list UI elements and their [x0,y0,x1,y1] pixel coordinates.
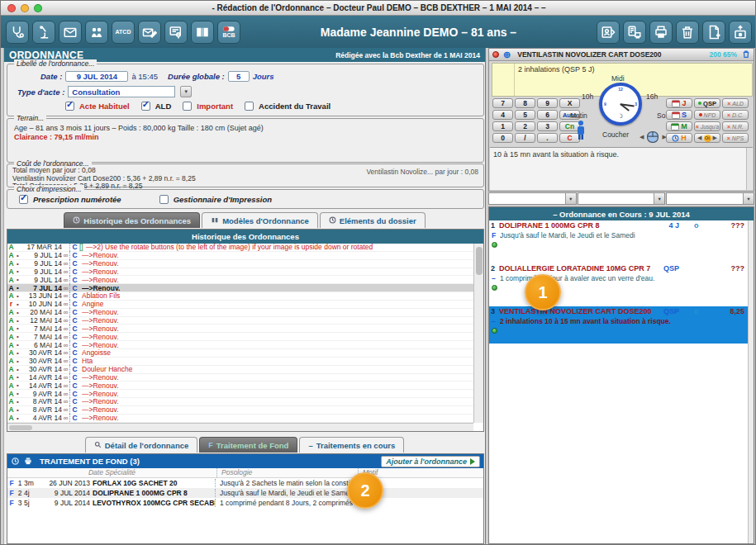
history-list: A 17 MAR 14 C [] —>2) Use the rotate but… [7,244,473,423]
keypad-3[interactable]: 3 [537,121,558,131]
book-button[interactable] [191,21,214,44]
type-acte-select[interactable]: Consultation [68,86,175,97]
jusqua-button[interactable]: ×Jusqu'à [694,121,720,131]
keypad-5[interactable]: 5 [515,110,535,120]
mouse-stepper[interactable]: ◀ ▶ [640,130,667,144]
posology-clock[interactable]: 12 3 9 ☽ [599,83,642,126]
add-circle-icon[interactable]: ⊕ [503,50,511,59]
filter-dropdown-3[interactable]: ▼ [666,192,754,205]
chevron-down-icon[interactable]: ▼ [743,193,754,204]
keypad-7[interactable]: 7 [492,98,513,108]
scrollbar-thumb[interactable] [9,425,32,430]
en-cours-scrollbar[interactable] [748,220,754,543]
certificate-button[interactable] [164,21,188,44]
consultation-button[interactable] [6,21,29,44]
zoom-window-icon[interactable] [34,4,42,12]
tab-traitements-en-cours[interactable]: – Traitements en cours [299,437,404,453]
atcd-button[interactable]: ATCD [112,21,135,44]
add-to-ordonnance-link[interactable]: Ajouter à l'ordonnance [381,456,480,467]
acte-checkbox[interactable] [245,102,254,111]
left-arrow-icon[interactable]: ◀ [640,134,644,140]
window-controls[interactable] [7,4,42,12]
keypad-2[interactable]: 2 [515,121,535,131]
keypad-9[interactable]: 9 [537,98,558,108]
delete-button[interactable] [676,21,699,44]
keypad-1[interactable]: 1 [492,121,513,131]
posology-note-area[interactable]: 10 à 15 mn avant la situation à risque. [490,147,753,190]
ald-button[interactable]: ×ALD [722,98,749,108]
npd-button[interactable]: NPD [694,110,720,120]
week-calendar-button[interactable]: S [666,110,692,120]
fond-row[interactable]: F 3 5j 9 JUL 2014 LEVOTHYROX 100MCG CPR … [7,498,483,508]
note-scrollbar[interactable] [746,148,753,190]
tab-historique-ordonnances[interactable]: Historique des Ordonnances [64,212,200,228]
keypad-dot[interactable]: . [537,133,558,143]
window-titlebar[interactable]: - Rédaction de l'Ordonnance – Docteur Pa… [1,1,756,16]
mail-button[interactable] [59,21,82,44]
nr-button[interactable]: ×N.R. [722,121,749,131]
trash-icon[interactable] [742,47,750,62]
print-settings-icon [627,25,642,40]
tab-detail-ordonnance[interactable]: Détail de l'ordonnance [85,437,198,453]
prescription-line[interactable]: 1 DOLIPRANE 1 000MG CPR 8 4 J o ??? F Ju… [489,220,748,263]
green-status-icon [492,242,497,248]
history-dot: • [15,358,21,365]
type-acte-dropdown-icon[interactable]: ▼ [180,86,192,97]
keypad-6[interactable]: 6 [537,110,558,120]
history-c-flag: C [69,284,79,292]
print-settings-button[interactable] [623,21,646,44]
nps-button[interactable]: ×NPS [722,133,749,143]
biology-button[interactable] [32,21,55,44]
close-window-icon[interactable] [7,4,16,12]
history-label: Angine [82,300,103,308]
keypad-slash[interactable]: / [515,133,535,143]
fond-row[interactable]: F 1 3m 26 JUN 2013 FORLAX 10G SACHET 20 … [7,478,483,488]
keypad-x[interactable]: X [559,98,580,108]
bcb-icon: BCB [222,26,235,38]
history-refresh-icon[interactable] [11,454,20,469]
exit-button[interactable] [729,21,752,44]
filter-dropdown-1[interactable]: ▼ [488,192,577,205]
tab-traitement-fond[interactable]: F Traitement de Fond [199,437,297,453]
standing-person-icon[interactable] [575,120,587,143]
keypad-0[interactable]: 0 [492,133,513,143]
write-mail-button[interactable] [138,21,161,44]
duree-input[interactable]: 5 [228,71,250,82]
bcb-button[interactable]: BCB [217,21,240,44]
prescription-line[interactable]: 3 VENTILASTIN NOVOLIZER CART DOSE200 QSP… [489,306,748,344]
fond-date: 9 JUL 2014 [42,499,90,507]
impression-checkbox[interactable] [159,195,169,204]
fond-drug: FORLAX 10G SACHET 20 [90,479,215,487]
keypad-8[interactable]: 8 [515,98,535,108]
minimize-window-icon[interactable] [21,4,29,12]
chevron-down-icon[interactable]: ▼ [654,193,664,204]
acte-checkbox[interactable] [183,102,192,111]
history-vertical-scrollbar[interactable] [473,244,483,423]
acte-checkbox[interactable]: ✓ [141,102,150,111]
day-calendar-button[interactable]: J [666,98,692,108]
scrollbar-thumb[interactable] [476,247,483,275]
family-button[interactable] [85,21,108,44]
history-horizontal-scrollbar[interactable] [7,423,473,431]
patient-record-button[interactable] [597,21,620,44]
margin-divider [514,64,515,96]
keypad-4[interactable]: 4 [492,110,513,120]
history-row[interactable]: A • 4 AVR 14 ∞ C —>Renouv. [7,415,473,423]
printer-icon[interactable] [23,454,33,469]
impression-checkbox[interactable]: ✓ [19,195,28,204]
fond-row[interactable]: F 2 4j 9 JUL 2014 DOLIPRANE 1 000MG CPR … [7,488,483,498]
tab-modeles-ordonnance[interactable]: Modèles d'Ordonnance [202,212,318,228]
filter-dropdown-2[interactable]: ▼ [578,192,666,205]
date-input[interactable]: 9 JUL 2014 [65,71,128,82]
record-led-icon[interactable] [492,51,499,58]
tab-elements-dossier[interactable]: Eléments du dossier [320,212,426,228]
chevron-down-icon[interactable]: ▼ [565,193,576,204]
oi-stepper-button[interactable]: ◀Oi▶ [694,133,720,143]
qsp-button[interactable]: QSP [694,98,720,108]
acte-checkbox[interactable]: ✓ [65,102,74,111]
hour-button[interactable]: H [666,133,692,143]
dc-button[interactable]: ×D.C. [722,110,749,120]
new-document-button[interactable] [702,21,725,44]
month-calendar-button[interactable]: M [666,121,692,131]
print-button[interactable] [649,21,673,44]
